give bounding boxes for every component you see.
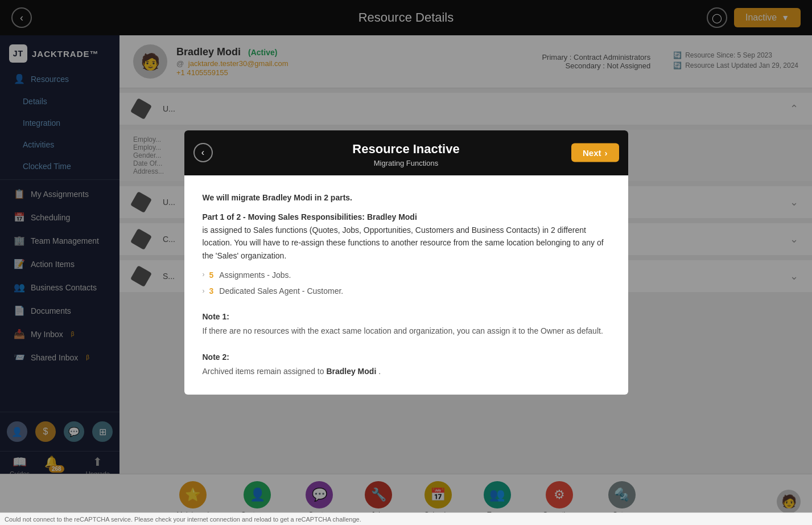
modal-overlay: ‹ Resource Inactive Migrating Functions … — [0, 0, 812, 525]
expand-chevron-2: › — [203, 286, 205, 297]
modal-intro: We will migrate Bradley Modi in 2 parts. — [203, 191, 610, 204]
modal-next-button[interactable]: Next › — [571, 143, 619, 162]
note-1-section: Note 1: If there are no resources with t… — [203, 309, 610, 338]
modal-back-button[interactable]: ‹ — [193, 143, 213, 162]
expand-row-2[interactable]: › 3 Dedicated Sales Agent - Customer. — [203, 285, 610, 297]
expand-row-1[interactable]: › 5 Assignments - Jobs. — [203, 269, 610, 281]
modal-body: We will migrate Bradley Modi in 2 parts.… — [184, 175, 628, 395]
modal-title: Resource Inactive — [198, 142, 615, 157]
modal-subtitle: Migrating Functions — [198, 159, 615, 167]
note-2-section: Note 2: Archived items remain assigned t… — [203, 350, 610, 379]
expand-chevron-1: › — [203, 269, 205, 280]
modal-part1: Part 1 of 2 - Moving Sales Responsibilit… — [203, 211, 610, 262]
captcha-bar: Could not connect to the reCAPTCHA servi… — [0, 512, 812, 525]
modal-resource-inactive: ‹ Resource Inactive Migrating Functions … — [184, 130, 628, 395]
modal-header: ‹ Resource Inactive Migrating Functions … — [184, 130, 628, 175]
next-arrow-icon: › — [605, 148, 608, 158]
